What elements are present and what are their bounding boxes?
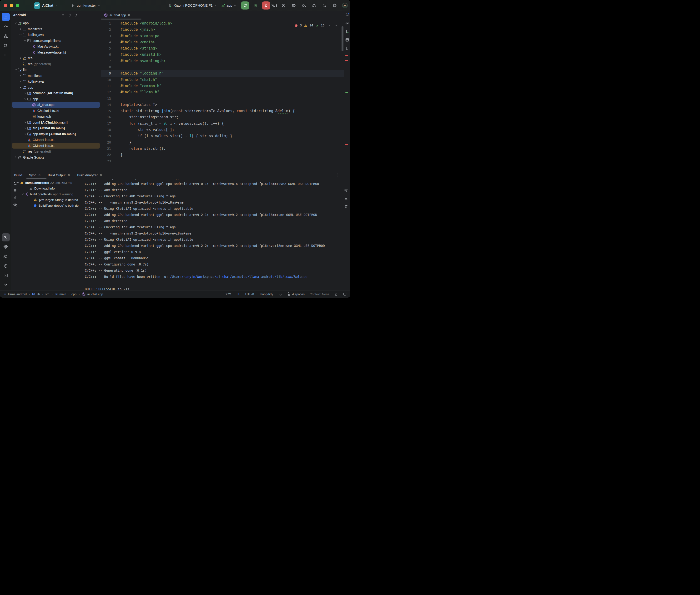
code-line-23[interactable] — [120, 158, 344, 164]
project-tree-row-cmakelists-txt[interactable]: CMakeLists.txt — [12, 108, 100, 114]
code-line-22[interactable]: } — [120, 152, 344, 158]
editor-tab-ai-chat-cpp[interactable]: ai_chat.cpp ✕ — [101, 11, 133, 19]
code-line-9[interactable]: #include "logging.h" — [120, 70, 344, 77]
code-line-19[interactable]: if (i < values.size() - 1) { str << deli… — [120, 133, 344, 139]
error-stripe-mark[interactable] — [345, 55, 348, 56]
line-number-10[interactable]: 10 — [101, 77, 115, 83]
zoom-window-button[interactable] — [16, 4, 19, 7]
build-tree-row-jvmtarget-string-is-deprec[interactable]: 'jvmTarget: String' is deprec — [11, 197, 85, 203]
line-number-7[interactable]: 7 — [101, 58, 115, 64]
project-tree-row-ggml-aichat-lib-main[interactable]: ggml[AiChat.lib.main] — [12, 119, 100, 125]
line-number-21[interactable]: 21 — [101, 145, 115, 152]
code-line-15[interactable]: static std::string join(const std::vecto… — [120, 108, 344, 114]
line-number-23[interactable]: 23 — [101, 158, 115, 164]
inspections-widget[interactable]: 3 24 15 — [295, 22, 337, 29]
apply-changes-button[interactable] — [280, 2, 287, 9]
code-line-17[interactable]: for (size_t i = 0; i < values.size(); i+… — [120, 120, 344, 127]
line-number-16[interactable]: 16 — [101, 114, 115, 120]
line-number-4[interactable]: 4 — [101, 39, 115, 45]
file-encoding[interactable]: UTF-8 — [245, 292, 254, 296]
project-tree-row-mainactivity-kt[interactable]: MainActivity.kt — [12, 44, 100, 50]
line-number-17[interactable]: 17 — [101, 120, 115, 127]
code-line-13[interactable] — [120, 95, 344, 102]
error-stripe-mark[interactable] — [345, 60, 348, 61]
soft-wrap-icon[interactable] — [344, 189, 348, 193]
code-line-20[interactable]: } — [120, 139, 344, 145]
notifications-widget[interactable] — [343, 292, 347, 296]
code-line-18[interactable]: str << values[i]; — [120, 127, 344, 133]
line-number-14[interactable]: 14 — [101, 102, 115, 108]
project-tree-row-kotlin-java[interactable]: kotlin+java — [12, 32, 100, 38]
line-number-19[interactable]: 19 — [101, 133, 115, 139]
build-tab-build-analyzer[interactable]: Build Analyzer✕ — [77, 173, 102, 177]
stripe-notifications-button[interactable] — [345, 12, 349, 17]
project-tree-row-res[interactable]: res — [12, 55, 100, 61]
line-number-12[interactable]: 12 — [101, 89, 115, 95]
line-number-8[interactable]: 8 — [101, 64, 115, 70]
code-line-7[interactable]: #include <sampling.h> — [120, 58, 344, 64]
build-tab-sync[interactable]: Sync✕ — [29, 173, 41, 177]
code-line-12[interactable]: #include "llama.h" — [120, 89, 344, 95]
hide-panel-button[interactable] — [88, 13, 92, 17]
expand-all-button[interactable] — [68, 13, 72, 17]
stripe-problems-button[interactable] — [2, 262, 10, 270]
code-line-6[interactable]: #include <unistd.h> — [120, 51, 344, 58]
device-selector[interactable]: Xiaomi POCOPHONE F1 — [168, 4, 217, 7]
caret-position[interactable]: 9:21 — [226, 292, 231, 296]
code-line-16[interactable]: std::ostringstream str; — [120, 114, 344, 120]
breadcrumb-main[interactable]: main — [55, 292, 66, 296]
line-separator[interactable]: LF — [237, 292, 240, 296]
search-everywhere-button[interactable] — [321, 2, 328, 9]
error-stripe-mark[interactable] — [345, 92, 348, 93]
breadcrumb-ai-chat-cpp[interactable]: ai_chat.cpp — [82, 292, 103, 296]
stripe-pull-requests-button[interactable] — [2, 41, 10, 50]
close-tab-icon[interactable]: ✕ — [68, 173, 70, 177]
breadcrumb-cpp[interactable]: cpp — [72, 292, 77, 296]
code-line-8[interactable] — [120, 64, 344, 70]
run-configuration-selector[interactable]: app — [221, 4, 236, 8]
project-tree-row-res-generated[interactable]: res(generated) — [12, 61, 100, 67]
select-opened-file-button[interactable] — [61, 13, 65, 17]
settings-button[interactable] — [331, 2, 338, 9]
project-options-button[interactable] — [81, 13, 85, 17]
context-widget[interactable]: Context: None — [310, 292, 329, 296]
build-tree-row-build-gradle-kts[interactable]: build.gradle.ktsapp 1 warning — [11, 191, 85, 197]
project-tree-row-manifests[interactable]: manifests — [12, 73, 100, 79]
breadcrumb-llama-android[interactable]: llama.android — [3, 292, 27, 296]
close-tab-icon[interactable]: ✕ — [38, 173, 41, 177]
build-tree-row-llama-android-fi[interactable]: llama.android: fi22 sec, 583 ms — [11, 180, 85, 186]
stripe-commit-button[interactable] — [2, 22, 10, 30]
build-log[interactable]: C/C++: -- Using KleidiAI optimized kerne… — [85, 179, 341, 291]
stripe-more-tool-windows-button[interactable] — [2, 51, 10, 59]
hide-build-panel-button[interactable] — [343, 173, 347, 177]
scroll-to-end-icon[interactable] — [344, 197, 348, 200]
project-tree-row-common-aichat-lib-main[interactable]: common[AiChat.lib.main] — [12, 90, 100, 96]
code-line-10[interactable]: #include "chat.h" — [120, 77, 344, 83]
editor-gutter[interactable]: 1234567891011121314151617181920212223 — [101, 20, 115, 164]
debug-app-button[interactable] — [252, 2, 259, 9]
stripe-running-devices-button[interactable] — [345, 38, 349, 42]
next-problem-button[interactable] — [335, 24, 337, 27]
project-tree-row-logging-h[interactable]: logging.h — [12, 114, 100, 119]
error-stripe-mark[interactable] — [345, 144, 348, 145]
build-tree-row-buildtype-debug-is-both-de[interactable]: BuildType 'debug' is both de — [11, 203, 85, 208]
code-content[interactable]: #include <android/log.h>#include <jni.h>… — [120, 20, 344, 164]
project-tree-row-com-example-llama[interactable]: com.example.llama — [12, 38, 100, 44]
line-number-2[interactable]: 2 — [101, 26, 115, 33]
close-tab-icon[interactable]: ✕ — [100, 173, 102, 177]
vcs-branch-widget[interactable]: ggml-master — [72, 4, 100, 7]
project-tree-row-cpp[interactable]: cpp — [12, 96, 100, 102]
project-widget[interactable]: AC AiChat — [34, 2, 58, 9]
stripe-project-button[interactable] — [2, 13, 10, 21]
project-tree-row-app[interactable]: app — [12, 20, 100, 26]
line-number-15[interactable]: 15 — [101, 108, 115, 114]
line-number-3[interactable]: 3 — [101, 33, 115, 39]
profile-avatar[interactable] — [341, 2, 348, 9]
project-tree-row-res-generated[interactable]: res(generated) — [12, 148, 100, 154]
build-output-path-link[interactable]: /Users/hanyin/Workspace/ai-chat/examples… — [170, 275, 307, 279]
project-tree-row-cmakelists-txt[interactable]: CMakeLists.txt — [12, 137, 100, 143]
indent-widget[interactable]: 4 spaces — [287, 292, 305, 296]
stripe-version-control-button[interactable] — [2, 281, 10, 289]
line-number-11[interactable]: 11 — [101, 83, 115, 89]
stripe-gradle-button[interactable] — [345, 21, 349, 25]
